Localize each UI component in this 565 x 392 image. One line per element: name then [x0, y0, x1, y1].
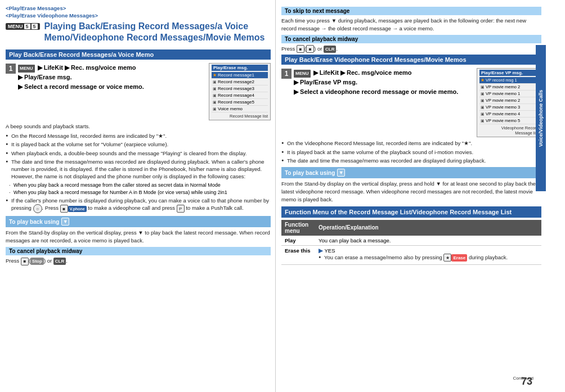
right-step-content: MENU ▶ LifeKit ▶ Rec. msg/voice memo ▶ P…	[294, 68, 474, 96]
record-list-title: Play/Erase msg.	[212, 65, 268, 71]
vp-bullet: On the Videophone Record Message list, r…	[281, 139, 541, 147]
square-btn: ■	[60, 205, 68, 213]
erase-label: Erase	[451, 254, 467, 262]
side-label: Voice/Videophone Calls	[536, 45, 546, 191]
p-btn: P	[177, 205, 185, 213]
vp-list-title: Play/Erase VP msg.	[479, 70, 539, 76]
skip-section-text: Each time you press ▼ during playback, m…	[281, 17, 541, 33]
vp-bullet: It is played back at the same volume of …	[281, 148, 541, 156]
menu-icon: MENU	[18, 65, 35, 73]
vp-list-item: ▣VP movie memo 2	[479, 97, 539, 104]
sub-bullet: When you play back a record message from…	[6, 182, 271, 189]
cancel-playback-bar: To cancel playback midway	[6, 247, 271, 255]
record-list-box: Play/Erase msg. ★Record message1 ▣Record…	[209, 63, 271, 120]
cancel-playback-text: Press ■(Stop) or CLR.	[6, 257, 271, 265]
func-desc: ▶ YES You can erase a message/memo also …	[315, 245, 541, 265]
down-arrow-btn: ▼	[61, 218, 69, 226]
right-play-back-section: To play back using ▼	[281, 167, 541, 178]
sub-bullet: When you play back a record message for …	[6, 189, 271, 196]
step-number-r: 1	[281, 69, 292, 79]
vp-list-caption: Videophone RecordMessage list	[479, 125, 539, 136]
right-column: To skip to next message Each time you pr…	[276, 0, 546, 392]
vp-list-item: ▣VP movie memo 4	[479, 111, 539, 118]
table-row: Play You can play back a message.	[281, 236, 541, 246]
clr-btn: CLR	[53, 258, 66, 265]
step-content: MENU ▶ LifeKit ▶ Rec. msg/voice memo ▶ P…	[18, 63, 207, 91]
hash-btn: ★	[443, 254, 451, 262]
body-text: A beep sounds and playback starts.	[6, 123, 271, 130]
menu-icon-r: MENU	[294, 70, 311, 78]
page-number: 73	[521, 376, 532, 388]
func-col-header: Function menu	[281, 220, 315, 236]
right-step-1: 1 MENU ▶ LifeKit ▶ Rec. msg/voice memo ▶…	[281, 68, 541, 137]
bullet-item: The date and time the message/memo was r…	[6, 158, 271, 181]
bullet-item: It is played back at the volume set for …	[6, 141, 271, 148]
clr-btn-r: CLR	[324, 46, 336, 53]
stop-btn-r: ■	[297, 45, 304, 53]
func-name: Play	[281, 236, 315, 246]
inner-stop-btn: ■	[306, 45, 314, 53]
play-back-text: From the Stand-by display on the vertica…	[6, 229, 271, 245]
vp-list-item: ★VP record msg 1	[479, 77, 539, 84]
func-name: Erase this	[281, 245, 315, 265]
to-play-back-section: To play back using ▼	[6, 216, 271, 227]
list-item: ▣Voice memo	[212, 106, 268, 112]
vp-list-item: ▣VP movie memo 3	[479, 104, 539, 111]
vp-list-item: ▣VP movie memo 5	[479, 118, 539, 124]
function-menu-header: Function Menu of the Record Message List…	[281, 206, 541, 218]
list-item: ▣Record message4	[212, 92, 268, 99]
right-cancel-text: Press ■(■) or CLR.	[281, 45, 541, 53]
bullet-item: When playback ends, a double-beep sounds…	[6, 150, 271, 157]
vphone-btn: V.phone	[68, 206, 87, 213]
main-title: Playing Back/Erasing Record Messages/a V…	[44, 21, 271, 44]
function-table: Function menu Operation/Explanation Play…	[281, 220, 541, 265]
circle-btn: ○	[33, 204, 42, 213]
right-cancel-bar: To cancel playback midway	[281, 35, 541, 43]
func-desc: You can play back a message.	[315, 236, 541, 246]
menu-badge: MENU 5 5	[6, 23, 40, 30]
vp-bullet: The date and time the message/memo was r…	[281, 157, 541, 164]
stop-btn: ■	[21, 258, 29, 265]
table-row: Erase this ▶ YES You can erase a message…	[281, 245, 541, 265]
list-item: ▣Record message3	[212, 85, 268, 92]
vp-list-item: ▣VP movie memo 2	[479, 84, 539, 91]
breadcrumb: <Play/Erase Messages> <Play/Erase Videop…	[6, 4, 271, 20]
skip-section-bar: To skip to next message	[281, 7, 541, 15]
op-col-header: Operation/Explanation	[315, 220, 541, 236]
vp-list-item: ▣VP movie memo 1	[479, 91, 539, 97]
vp-list-box: Play/Erase VP msg. ★VP record msg 1 ▣VP …	[477, 68, 541, 137]
step-number: 1	[6, 64, 16, 74]
right-section-header: Play Back/Erase Videophone Record Messag…	[281, 55, 541, 65]
down-arrow-btn-r: ▼	[337, 169, 345, 177]
left-column: <Play/Erase Messages> <Play/Erase Videop…	[0, 0, 276, 392]
left-section-header: Play Back/Erase Record Messages/a Voice …	[6, 49, 271, 60]
record-list-caption: Record Message list	[212, 114, 268, 119]
list-item: ★Record message1	[212, 72, 268, 79]
right-play-back-text: From the Stand-by display on the vertica…	[281, 180, 541, 203]
stop-label: Stop	[30, 258, 44, 265]
bullet-item: If the caller's phone number is displaye…	[6, 197, 271, 213]
list-item: ▣Record message5	[212, 99, 268, 106]
bullet-item: On the Record Message list, recorded ite…	[6, 132, 271, 139]
step-1: 1 MENU ▶ LifeKit ▶ Rec. msg/voice memo ▶…	[6, 63, 271, 120]
list-item: ▣Record message2	[212, 79, 268, 85]
